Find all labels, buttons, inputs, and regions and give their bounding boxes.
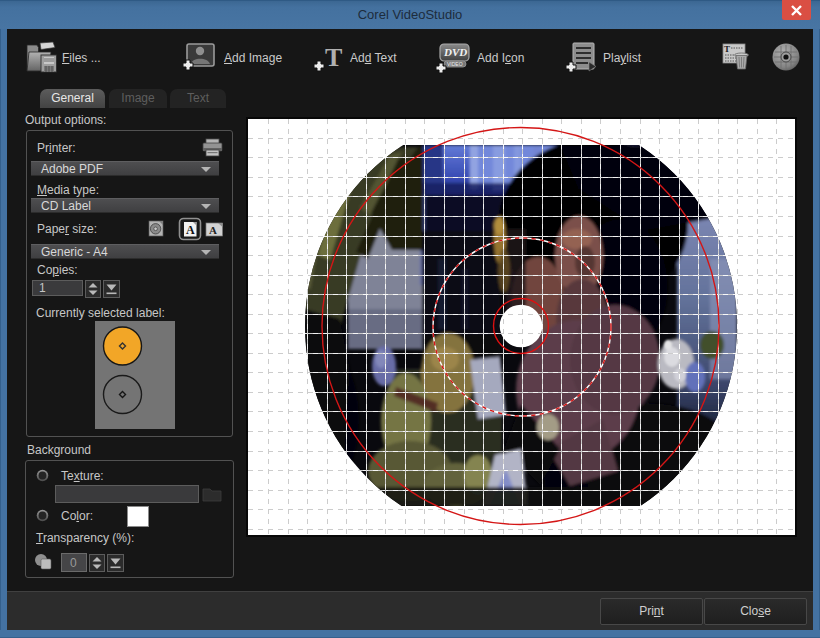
svg-text:A: A [209, 224, 217, 236]
svg-text:VIDEO: VIDEO [447, 61, 463, 67]
svg-text:T: T [724, 44, 730, 54]
svg-text:T: T [325, 43, 342, 72]
svg-text:A: A [186, 223, 195, 237]
svg-text:DVD: DVD [443, 46, 467, 58]
